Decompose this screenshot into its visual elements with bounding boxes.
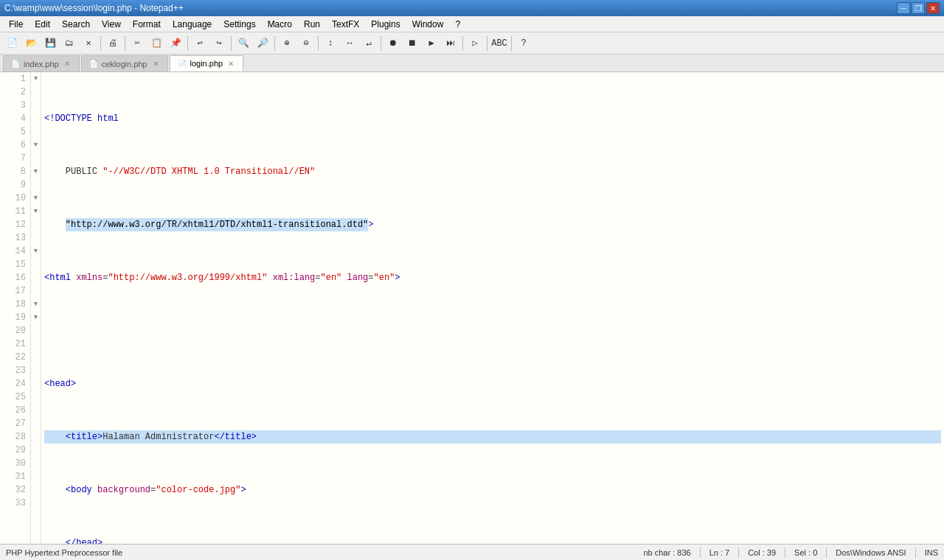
- menu-help[interactable]: ?: [449, 16, 466, 32]
- tab-close-index[interactable]: ✕: [63, 59, 72, 69]
- cut-button[interactable]: ✂: [128, 35, 146, 52]
- tab-icon-login: 📄: [178, 60, 187, 68]
- sep8: [462, 36, 463, 51]
- macro-stop[interactable]: ⏹: [403, 35, 421, 52]
- paste-button[interactable]: 📌: [167, 35, 184, 52]
- tab-close-login[interactable]: ✕: [226, 59, 235, 69]
- menu-language[interactable]: Language: [167, 16, 218, 32]
- fold-1[interactable]: ▼: [31, 72, 41, 85]
- fold-24: [31, 377, 41, 391]
- fold-17: [31, 284, 41, 298]
- line-num-14: 14: [0, 245, 26, 258]
- copy-button[interactable]: 📋: [148, 35, 165, 52]
- menu-search[interactable]: Search: [56, 16, 96, 32]
- fold-18[interactable]: ▼: [31, 298, 41, 311]
- save-all-button[interactable]: 🗂: [60, 35, 78, 52]
- tab-login[interactable]: 📄 login.php ✕: [170, 55, 244, 71]
- menu-settings[interactable]: Settings: [218, 16, 261, 32]
- line-num-26: 26: [0, 404, 26, 417]
- line-num-3: 3: [0, 99, 26, 112]
- fold-margin: ▼ ▼ ▼ ▼ ▼ ▼ ▼ ▼: [31, 72, 41, 544]
- fold-14[interactable]: ▼: [31, 245, 41, 258]
- find-replace-button[interactable]: 🔎: [254, 35, 271, 52]
- menu-plugins[interactable]: Plugins: [365, 16, 406, 32]
- redo-button[interactable]: ↪: [210, 35, 228, 52]
- menu-window[interactable]: Window: [406, 16, 450, 32]
- line-num-2: 2: [0, 85, 26, 99]
- tab-ceklogin[interactable]: 📄 ceklogin.php ✕: [81, 55, 168, 71]
- macro-play[interactable]: ▶: [423, 35, 440, 52]
- line-num-18: 18: [0, 298, 26, 311]
- fold-25: [31, 391, 41, 404]
- line-num-13: 13: [0, 231, 26, 245]
- macro-record[interactable]: ⏺: [384, 35, 402, 52]
- close-doc-button[interactable]: ✕: [80, 35, 97, 52]
- sep1: [100, 36, 101, 51]
- encoding-status: Dos\Windows ANSI: [836, 548, 906, 557]
- menu-format[interactable]: Format: [127, 16, 167, 32]
- line-num-15: 15: [0, 258, 26, 271]
- code-line-3: "http://www.w3.org/TR/xhtml1/DTD/xhtml1-…: [44, 218, 941, 231]
- zoom-in-button[interactable]: ⊕: [278, 35, 296, 52]
- fold-8[interactable]: ▼: [31, 165, 41, 178]
- macro-run-multi[interactable]: ⏭: [442, 35, 459, 52]
- print-button[interactable]: 🖨: [104, 35, 122, 52]
- sep7: [381, 36, 381, 51]
- fold-28: [31, 430, 41, 444]
- line-num-23: 23: [0, 364, 26, 377]
- code-line-4: <html xmlns="http://www.w3.org/1999/xhtm…: [44, 271, 941, 284]
- line-num-33: 33: [0, 497, 26, 510]
- sync-scroll-h[interactable]: ↔: [341, 35, 358, 52]
- fold-7: [31, 152, 41, 165]
- sync-scroll-v[interactable]: ↕: [322, 35, 339, 52]
- menu-edit[interactable]: Edit: [29, 16, 56, 32]
- status-sep-5: [915, 547, 916, 558]
- fold-16: [31, 271, 41, 284]
- title-bar: C:\wamp\www\session\login.php - Notepad+…: [0, 0, 944, 16]
- title-text: C:\wamp\www\session\login.php - Notepad+…: [4, 3, 184, 13]
- tab-label-ceklogin: ceklogin.php: [102, 60, 148, 69]
- line-num-8: 8: [0, 165, 26, 178]
- menu-macro[interactable]: Macro: [262, 16, 298, 32]
- close-button[interactable]: ✕: [926, 2, 940, 14]
- word-wrap-button[interactable]: ↵: [360, 35, 378, 52]
- fold-6[interactable]: ▼: [31, 139, 41, 152]
- tab-close-ceklogin[interactable]: ✕: [151, 59, 160, 69]
- menu-textfx[interactable]: TextFX: [326, 16, 365, 32]
- fold-15: [31, 258, 41, 271]
- tab-label-index: index.php: [24, 60, 59, 69]
- code-area[interactable]: <!DOCTYPE html PUBLIC "-//W3C//DTD XHTML…: [41, 72, 944, 544]
- open-button[interactable]: 📂: [22, 35, 40, 52]
- fold-23: [31, 364, 41, 377]
- fold-4: [31, 112, 41, 125]
- about-button[interactable]: ?: [515, 35, 532, 52]
- tab-index[interactable]: 📄 index.php ✕: [3, 55, 80, 71]
- menu-file[interactable]: File: [3, 16, 29, 32]
- undo-button[interactable]: ↩: [191, 35, 209, 52]
- fold-3: [31, 99, 41, 112]
- line-num-30: 30: [0, 457, 26, 470]
- sep3: [187, 36, 188, 51]
- fold-11[interactable]: ▼: [31, 205, 41, 218]
- menu-run[interactable]: Run: [298, 16, 326, 32]
- fold-19[interactable]: ▼: [31, 311, 41, 324]
- menu-view[interactable]: View: [96, 16, 127, 32]
- status-sep-1: [700, 547, 701, 558]
- fold-10[interactable]: ▼: [31, 192, 41, 205]
- save-button[interactable]: 💾: [41, 35, 59, 52]
- line-num-11: 11: [0, 205, 26, 218]
- spell-check[interactable]: ABC: [490, 35, 508, 52]
- line-numbers: 1 2 3 4 5 6 7 8 9 10 11 12 13 14 15 16 1…: [0, 72, 31, 544]
- line-num-1: 1: [0, 72, 26, 85]
- find-button[interactable]: 🔍: [235, 35, 252, 52]
- status-sep-2: [738, 547, 739, 558]
- new-button[interactable]: 📄: [3, 35, 21, 52]
- tab-icon-index: 📄: [11, 60, 20, 68]
- zoom-out-button[interactable]: ⊖: [297, 35, 315, 52]
- restore-button[interactable]: ❐: [912, 2, 925, 14]
- toolbar: 📄 📂 💾 🗂 ✕ 🖨 ✂ 📋 📌 ↩ ↪ 🔍 🔎 ⊕ ⊖ ↕ ↔ ↵ ⏺ ⏹ …: [0, 32, 944, 55]
- minimize-button[interactable]: ─: [897, 2, 910, 14]
- run-button[interactable]: ▷: [466, 35, 484, 52]
- line-num-25: 25: [0, 391, 26, 404]
- code-line-2: PUBLIC "-//W3C//DTD XHTML 1.0 Transition…: [44, 165, 941, 178]
